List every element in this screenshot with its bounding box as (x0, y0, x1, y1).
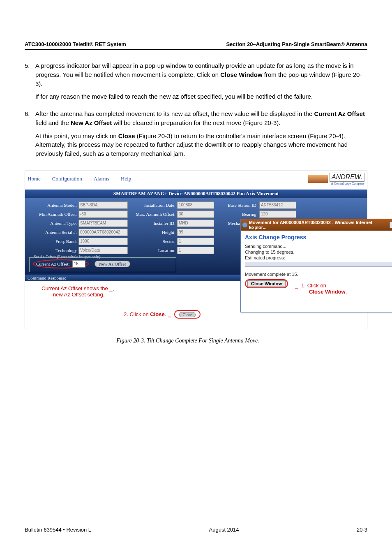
list-number-6: 6. (25, 109, 35, 162)
value-base-station: ART583412 (259, 201, 296, 209)
value-min-az: -30 (78, 210, 128, 218)
label-base-station: Base Station ID: (214, 203, 259, 208)
set-az-offset-group: Set Az Offset (Enter whole integer only)… (29, 257, 176, 272)
popup-line1: Sending command... (245, 244, 392, 249)
callout-line-icon: ⎯ (295, 282, 300, 289)
value-freq-band: 1900 (78, 238, 128, 245)
footer-left: Bulletin 639544 • Revision L (25, 527, 91, 533)
value-height: 99 (177, 229, 214, 236)
item5-para2: If for any reason the move failed to rea… (35, 92, 367, 101)
page-header: ATC300-1000/2000 Teletilt® RET System Se… (25, 41, 367, 50)
brand-name: ANDREW. (330, 173, 364, 182)
value-antenna-type: SMARTBEAM (78, 220, 128, 227)
popup-line2: Changing to 15 degrees. (245, 250, 392, 254)
callout-arrow-icon: ⎯ (168, 311, 171, 317)
header-left: ATC300-1000/2000 Teletilt® RET System (25, 41, 126, 47)
figure-caption: Figure 20-3. Tilt Change Complete For Si… (8, 338, 367, 344)
annotation-current-az: Current Az Offset shows the ⎯⎦ new Az Of… (42, 285, 116, 298)
close-window-circle: Close Window (245, 279, 288, 288)
label-installer-id: Installer ID: (128, 221, 177, 226)
footer-center: August 2014 (209, 527, 239, 533)
value-antenna-serial: 000000ART08020042 (78, 229, 128, 236)
label-location: Location: (128, 248, 177, 253)
menu-help[interactable]: Help (121, 176, 131, 182)
close-button[interactable]: Close (179, 312, 196, 317)
popup-heading: Axis Change Progress (245, 234, 392, 240)
label-sector: Sector: (128, 239, 177, 244)
callout-hook-icon: ⎯⎦ (109, 285, 116, 291)
brand-logo-area: ANDREW. A CommScope Company (308, 173, 364, 185)
value-location: 1 (177, 247, 214, 254)
minimize-icon[interactable]: _ (390, 222, 392, 228)
header-right: Section 20–Adjusting Pan-Single SmartBea… (226, 41, 367, 47)
footer-right: 20-3 (357, 527, 367, 533)
label-min-az: Min Azimuth Offset: (29, 212, 78, 217)
menubar: Home Configuration Alarms Help ANDREW. A… (25, 171, 367, 190)
value-technology: Voice/Data (78, 247, 128, 254)
menu-home[interactable]: Home (28, 176, 41, 182)
page-footer: Bulletin 639544 • Revision L August 2014… (25, 524, 367, 533)
popup-title-text: Movement for AN000000ART08020042 - Windo… (249, 220, 390, 230)
value-installer-id: MHD (177, 220, 214, 227)
label-max-az: Max. Azimuth Offset: (128, 212, 177, 217)
label-freq-band: Freq. Band: (29, 239, 78, 244)
set-az-legend: Set Az Offset (Enter whole integer only)… (33, 254, 102, 259)
item6-para1: After the antenna has completed movement… (35, 109, 367, 127)
label-antenna-model: Antenna Model: (29, 203, 78, 208)
section-title-bar: SMARTBEAM AZANG+ Device AN000000ART08020… (25, 190, 367, 198)
item6-para2: At this point, you may click on Close (F… (35, 132, 367, 158)
annotation-click-close: 2. Click on Close. ⎯ Close (124, 310, 201, 319)
menu-config[interactable]: Configuration (52, 176, 82, 182)
new-az-offset-button[interactable]: New Az Offset (95, 261, 131, 267)
list-number-5: 5. (25, 61, 35, 105)
label-bearing: Bearing: (214, 212, 259, 217)
label-antenna-serial: Antenna Serial #: (29, 230, 78, 235)
value-bearing: 120 (259, 210, 296, 218)
progress-bar (245, 262, 392, 267)
value-max-az: 30 (177, 210, 214, 218)
brand-subtitle: A CommScope Company (331, 182, 364, 185)
value-sector: 1 (177, 238, 214, 245)
popup-favicon-icon (242, 222, 247, 227)
popup-line4: Movement complete at 15. (245, 272, 392, 277)
progress-popup-window: Movement for AN000000ART08020042 - Windo… (240, 219, 392, 312)
close-window-button[interactable]: Close Window (247, 280, 286, 287)
value-antenna-model: SBP-3DA (78, 201, 128, 209)
item5-para1: A progress indicator bar will appear in … (35, 61, 367, 88)
current-az-label: Current Az Offset: (36, 261, 70, 266)
value-install-date: 100808 (177, 201, 214, 209)
label-antenna-type: Antenna Type: (29, 221, 78, 226)
popup-titlebar[interactable]: Movement for AN000000ART08020042 - Windo… (241, 219, 392, 231)
screenshot-figure: Home Configuration Alarms Help ANDREW. A… (25, 171, 367, 329)
label-technology: Technology (29, 248, 78, 253)
popup-annotation: ⎯ 1. Click on Close Window. (295, 282, 347, 295)
close-button-circle: Close (174, 310, 201, 319)
current-az-value[interactable]: 15 (72, 260, 85, 268)
popup-line3: Estimated progress: (245, 255, 392, 260)
menu-alarms[interactable]: Alarms (94, 176, 109, 182)
current-az-circle: Current Az Offset: 15 (33, 259, 89, 268)
label-install-date: Installation Date: (128, 203, 177, 208)
label-height: Height: (128, 230, 177, 235)
brand-sunset-icon (308, 175, 328, 183)
